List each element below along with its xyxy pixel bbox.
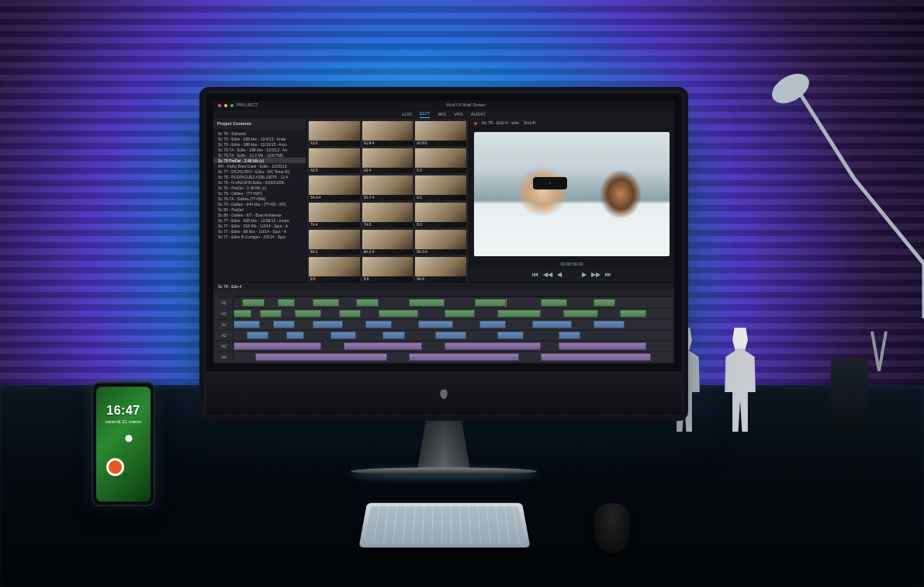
- bin-item[interactable]: Sc 78 - Dallies - (?T=587): [213, 190, 306, 196]
- clip-segment[interactable]: [295, 310, 321, 318]
- clip-segment[interactable]: [418, 321, 453, 328]
- clip-segment[interactable]: [255, 353, 387, 361]
- bin-item[interactable]: Sc 78 PreDel - 2.48 Mb (x): [213, 158, 306, 163]
- clip-thumbnail[interactable]: [415, 230, 466, 255]
- clip-thumbnail[interactable]: [362, 121, 414, 146]
- clip-thumbnail[interactable]: [309, 203, 360, 228]
- clip-thumbnail[interactable]: [415, 203, 466, 228]
- bin-item[interactable]: Sc 78 - Edits - 188 kbs - 11/13/13 - Aut…: [213, 141, 306, 147]
- tab-log[interactable]: LOG: [402, 112, 412, 117]
- tab-audio[interactable]: AUDIO: [471, 112, 486, 117]
- clip-segment[interactable]: [497, 310, 542, 318]
- track-header[interactable]: A2: [215, 331, 234, 340]
- clip-segment[interactable]: [365, 321, 392, 328]
- clip-segment[interactable]: [559, 342, 646, 350]
- clip-segment[interactable]: [379, 310, 418, 318]
- clip-segment[interactable]: [339, 310, 361, 318]
- clip-thumbnail[interactable]: [309, 175, 360, 200]
- clip-thumbnail[interactable]: [309, 121, 360, 146]
- rewind-button[interactable]: ◀◀: [543, 271, 552, 279]
- clip-thumbnail[interactable]: [415, 257, 466, 282]
- bin-item[interactable]: Sc 76 - Sobacks: [213, 130, 306, 136]
- clip-segment[interactable]: [313, 299, 339, 307]
- clip-segment[interactable]: [559, 332, 580, 339]
- bin-item[interactable]: Sc 77 - Edits B-Corrigan - 2/5/14 - Spot: [213, 234, 306, 239]
- clip-segment[interactable]: [541, 353, 651, 361]
- track-lane[interactable]: [234, 309, 673, 318]
- clip-segment[interactable]: [445, 310, 476, 318]
- bin-item[interactable]: Sc 79 - N-VAUGHN Edits - 01000100K: [213, 179, 306, 185]
- bin-item[interactable]: RH - Kathy BareCrawl - Edits - 10/25/13: [213, 163, 306, 168]
- clip-segment[interactable]: [286, 332, 304, 339]
- clip-segment[interactable]: [479, 321, 506, 328]
- clip-segment[interactable]: [313, 321, 344, 328]
- clip-thumbnail[interactable]: [309, 148, 360, 173]
- clip-segment[interactable]: [409, 353, 519, 361]
- window-zoom-icon[interactable]: [230, 104, 234, 107]
- tab-vfx[interactable]: VFX: [454, 112, 463, 117]
- clip-segment[interactable]: [356, 299, 378, 307]
- clip-segment[interactable]: [445, 342, 542, 350]
- clip-thumbnail[interactable]: [415, 148, 466, 173]
- skip-forward-button[interactable]: ⏭: [605, 271, 611, 279]
- track-lane[interactable]: [234, 331, 673, 340]
- clip-thumbnail[interactable]: [362, 230, 414, 255]
- clip-thumbnail[interactable]: [309, 230, 360, 255]
- clip-segment[interactable]: [330, 332, 357, 339]
- bin-item[interactable]: Sc 77 - Edits - 638 kbs - 12/28/13 - And…: [213, 217, 306, 223]
- window-close-icon[interactable]: [218, 104, 221, 107]
- clip-segment[interactable]: [278, 299, 296, 307]
- clip-segment[interactable]: [273, 321, 295, 328]
- tab-mix[interactable]: MIX: [438, 112, 446, 117]
- clip-thumbnail[interactable]: [415, 175, 466, 200]
- bin-item[interactable]: Sc 79 - Dallies - 644 kbs - (?T=93 - 8/5…: [213, 201, 306, 207]
- track-lane[interactable]: [234, 342, 673, 351]
- bin-item[interactable]: Sc 76 - PreDel - 2.48 Mb (x): [213, 185, 306, 190]
- step-back-button[interactable]: ◀: [557, 271, 562, 279]
- clip-thumbnail[interactable]: [362, 175, 414, 200]
- track-header[interactable]: V1: [215, 309, 234, 318]
- clip-segment[interactable]: [247, 332, 268, 339]
- clip-thumbnail[interactable]: [362, 203, 414, 228]
- clip-segment[interactable]: [594, 299, 615, 307]
- clip-segment[interactable]: [435, 332, 466, 339]
- bin-item[interactable]: Sc 77 - DICHLORO - Edits - MS Temp 8/1: [213, 168, 306, 174]
- bin-item[interactable]: Sc 78 - RODRIGUEZ A226-2307K - 12 A: [213, 174, 306, 179]
- bin-item[interactable]: Sc 80 - PreDel: [213, 207, 306, 212]
- bin-item[interactable]: Sc 78-7A - Dallies (?T=566): [213, 196, 306, 201]
- playhead[interactable]: [506, 298, 507, 307]
- clip-segment[interactable]: [541, 299, 567, 307]
- skip-back-button[interactable]: ⏮: [532, 271, 538, 279]
- clip-segment[interactable]: [260, 310, 282, 318]
- bin-item[interactable]: Sc 79-7A - Edits - 188 kbs - 12/3/13 - A…: [213, 147, 306, 152]
- clip-segment[interactable]: [234, 310, 251, 318]
- bin-item[interactable]: Sc 80 - Dallies - 8/T - Boat Ambience: [213, 212, 306, 217]
- clip-thumbnail[interactable]: [415, 121, 466, 146]
- track-header[interactable]: A4: [215, 353, 234, 362]
- clip-segment[interactable]: [344, 342, 423, 350]
- timeline-ruler[interactable]: [234, 290, 674, 297]
- bin-item[interactable]: Sc 78-7A - Edits - 10.2 Mb - 12/6/7MD: [213, 152, 306, 158]
- step-forward-button[interactable]: ▶▶: [591, 271, 600, 279]
- window-minimize-icon[interactable]: [224, 104, 227, 107]
- clip-segment[interactable]: [409, 299, 444, 307]
- clip-segment[interactable]: [594, 321, 625, 328]
- clip-thumbnail[interactable]: [362, 257, 414, 282]
- clip-segment[interactable]: [234, 321, 260, 328]
- play-button[interactable]: ▶: [582, 271, 587, 279]
- viewer-frame[interactable]: [474, 132, 670, 256]
- track-header[interactable]: A1: [215, 320, 234, 329]
- track-lane[interactable]: [234, 298, 673, 307]
- track-lane[interactable]: [234, 320, 673, 329]
- clip-segment[interactable]: [563, 310, 598, 318]
- clip-segment[interactable]: [532, 321, 572, 328]
- tab-edit[interactable]: EDIT: [420, 111, 431, 117]
- bin-item[interactable]: Sc 79 - Edits - 638 kbs - 12/4/13 - Ande: [213, 136, 306, 141]
- clip-segment[interactable]: [475, 299, 506, 307]
- clip-segment[interactable]: [620, 310, 646, 318]
- track-header[interactable]: V2: [215, 298, 234, 307]
- clip-segment[interactable]: [234, 342, 321, 350]
- clip-thumbnail[interactable]: [309, 257, 360, 282]
- clip-segment[interactable]: [382, 332, 404, 339]
- clip-segment[interactable]: [242, 299, 264, 307]
